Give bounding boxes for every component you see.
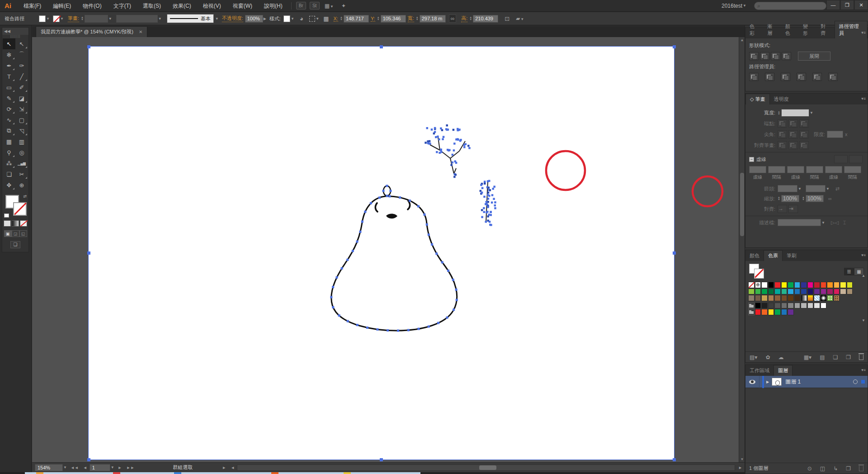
swatches-tab-2[interactable]: 筆刷 [783,251,801,261]
prev-artboard-button[interactable]: ◄ [83,465,87,470]
swatch-0-6[interactable] [788,282,794,288]
width-field[interactable]: 297.18 m [420,15,446,23]
layer-target-icon[interactable] [853,379,858,384]
align-center-button[interactable] [778,141,787,149]
height-stepper[interactable]: ▲▼ [469,16,472,21]
swatch-4-5[interactable] [781,309,788,315]
layer-name[interactable]: 圖層 1 [785,378,853,386]
swatch-0-1[interactable]: ⊕ [755,282,761,288]
horizontal-scrollbar[interactable] [237,465,735,471]
swatch-0-14[interactable] [840,282,846,288]
arrow-scale-end-field[interactable]: 100% [806,195,824,202]
pathfinder-tab-1[interactable]: 漸層 [763,21,781,38]
stock-button[interactable]: St [310,2,320,9]
arrow-align-end-button[interactable]: ⇥ [788,205,798,213]
swatch-3-5[interactable] [781,303,788,309]
swatch-2-9[interactable] [807,295,814,301]
height-label[interactable]: 高: [461,15,467,22]
swatch-0-7[interactable] [794,282,801,288]
swatch-2-6[interactable] [788,295,794,301]
expand-button[interactable]: 展開 [798,52,830,61]
recolor-artwork-icon[interactable]: ◕ [300,15,303,22]
red-circles[interactable] [546,151,722,206]
x-stepper[interactable]: ▲▼ [340,16,343,21]
hscroll-left-icon[interactable]: ◄ [231,465,235,470]
shaper-tool[interactable]: ✎ [3,93,15,104]
swatch-1-13[interactable] [834,289,840,295]
gradient-tool[interactable]: ▥ [15,136,28,147]
miter-limit-field[interactable] [827,131,843,138]
swatch-2-10[interactable] [814,295,820,301]
panel-menu-icon[interactable]: ▾≡ [861,30,866,35]
preserve-dash-button[interactable] [834,155,848,163]
swatch-1-5[interactable] [781,289,788,295]
swatch-0-2[interactable] [761,282,768,288]
flower-sprigs[interactable] [425,124,496,226]
swatch-2-12[interactable] [827,295,833,301]
arrowhead-end-select[interactable] [806,185,826,192]
menu-item-7[interactable]: 視窗(W) [227,0,258,12]
swatch-3-10[interactable] [814,303,820,309]
dash-field-1[interactable] [768,166,785,173]
zoom-dropdown-icon[interactable]: ▼ [63,465,67,469]
swatch-4-1[interactable] [755,309,761,315]
swatch-4-0[interactable] [748,309,755,315]
swatch-2-8[interactable] [801,295,807,301]
pathfinder-tab-0[interactable]: 色彩 [745,21,763,38]
menu-item-6[interactable]: 檢視(V) [197,0,227,12]
y-label[interactable]: Y: [371,16,375,22]
draw-behind-button[interactable]: ◲ [12,230,19,237]
swatch-1-12[interactable] [827,289,833,295]
swatch-0-13[interactable] [834,282,840,288]
default-fill-stroke-icon[interactable] [4,213,9,218]
red-circle[interactable] [693,176,722,206]
width-stepper[interactable]: ▲▼ [416,16,419,21]
swatch-3-9[interactable] [807,303,814,309]
show-kinds-icon[interactable]: ▦▾ [804,354,811,360]
swatch-1-15[interactable] [847,289,853,295]
close-tab-icon[interactable]: ✕ [139,29,142,34]
swatch-2-1[interactable] [755,295,761,301]
menu-item-2[interactable]: 物件(O) [77,0,107,12]
close-button[interactable]: ✕ [854,0,868,10]
corner-round-button[interactable] [788,130,798,138]
dash-field-5[interactable] [844,166,861,173]
swatch-scrollbar[interactable]: ▲▼ [861,274,866,350]
outline-button[interactable] [812,73,822,81]
locate-object-icon[interactable]: ⊙ [807,465,812,472]
zoom-tool[interactable]: ⊕ [15,180,28,190]
stroke-weight-field[interactable] [85,15,108,23]
tools-grip[interactable]: |||||||| [2,35,28,38]
swatch-4-3[interactable] [768,309,774,315]
vscroll-thumb[interactable] [740,173,744,236]
screen-mode-button[interactable]: ❏ [10,241,20,248]
next-artboard-button[interactable]: ► [118,465,122,470]
swatch-0-10[interactable] [814,282,820,288]
panel-menu-icon[interactable]: ▾≡ [861,96,866,101]
crop-button[interactable] [797,73,806,81]
bird-shape[interactable] [331,186,457,331]
swatch-1-10[interactable] [814,289,820,295]
swatch-2-2[interactable] [761,295,768,301]
menu-item-8[interactable]: 說明(H) [258,0,288,12]
dash-field-4[interactable] [825,166,842,173]
y-stepper[interactable]: ▲▼ [377,16,380,21]
menu-item-0[interactable]: 檔案(F) [18,0,47,12]
pathfinder-tab-3[interactable]: 變形 [799,21,816,38]
hand-tool[interactable]: ✥ [3,180,15,190]
swatch-2-7[interactable] [794,295,801,301]
swatch-1-3[interactable] [768,289,774,295]
layer-row[interactable]: ▶ 圖層 1 [745,376,868,388]
new-layer-icon[interactable]: ❐ [846,465,851,472]
lasso-tool[interactable]: ⌒ [15,49,28,60]
swatch-1-6[interactable] [788,289,794,295]
swatch-1-4[interactable] [774,289,781,295]
flip-across-icon[interactable]: ⌶ [843,220,846,226]
swatch-1-2[interactable] [761,289,768,295]
rotate-tool[interactable]: ⟳ [3,104,15,114]
stroke-style-select[interactable]: 基本 [167,14,214,23]
align-dash-button[interactable] [849,155,863,163]
swatch-0-12[interactable] [827,282,833,288]
curvature-tool[interactable]: ✑ [15,60,28,71]
swatch-0-4[interactable] [774,282,781,288]
